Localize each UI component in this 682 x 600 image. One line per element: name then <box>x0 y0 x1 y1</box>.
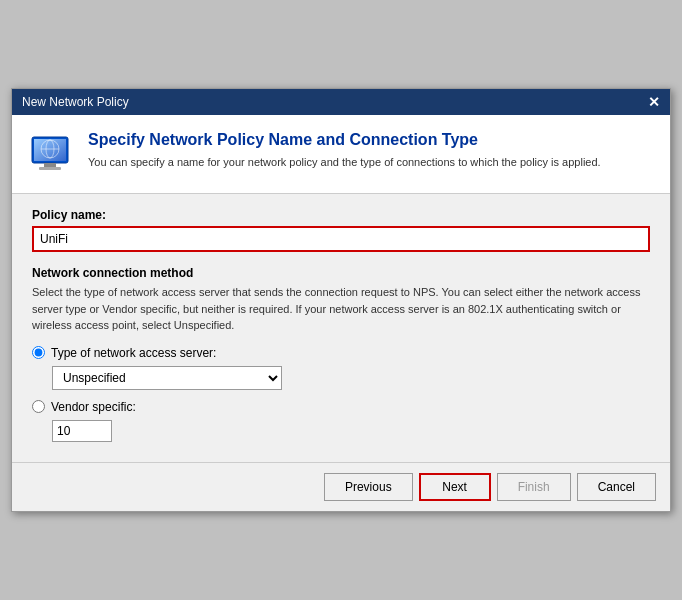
network-policy-icon <box>26 131 74 179</box>
vendor-spinner[interactable] <box>52 420 112 442</box>
policy-name-label: Policy name: <box>32 208 650 222</box>
spinner-container <box>52 420 650 442</box>
connection-method-title: Network connection method <box>32 266 650 280</box>
policy-name-input[interactable] <box>32 226 650 252</box>
dropdown-container: Unspecified <box>52 366 650 390</box>
network-type-dropdown[interactable]: Unspecified <box>52 366 282 390</box>
vendor-radio-label: Vendor specific: <box>51 400 136 414</box>
content-section: Policy name: Network connection method S… <box>12 194 670 462</box>
connection-method-section: Network connection method Select the typ… <box>32 266 650 442</box>
radio-type-item: Type of network access server: <box>32 346 650 360</box>
cancel-button[interactable]: Cancel <box>577 473 656 501</box>
header-text: Specify Network Policy Name and Connecti… <box>88 131 601 170</box>
connection-method-desc: Select the type of network access server… <box>32 284 650 334</box>
header-section: Specify Network Policy Name and Connecti… <box>12 115 670 194</box>
finish-button[interactable]: Finish <box>497 473 571 501</box>
header-description: You can specify a name for your network … <box>88 155 601 170</box>
svg-rect-4 <box>39 167 61 170</box>
next-button[interactable]: Next <box>419 473 491 501</box>
vendor-radio[interactable] <box>32 400 45 413</box>
header-title: Specify Network Policy Name and Connecti… <box>88 131 601 149</box>
dialog-body: Specify Network Policy Name and Connecti… <box>12 115 670 462</box>
dialog-window: New Network Policy ✕ <box>11 88 671 512</box>
previous-button[interactable]: Previous <box>324 473 413 501</box>
policy-name-group: Policy name: <box>32 208 650 252</box>
svg-rect-3 <box>44 163 56 167</box>
close-button[interactable]: ✕ <box>648 95 660 109</box>
radio-vendor-item: Vendor specific: <box>32 400 650 414</box>
dialog-title: New Network Policy <box>22 95 129 109</box>
type-radio[interactable] <box>32 346 45 359</box>
type-radio-label: Type of network access server: <box>51 346 216 360</box>
footer: Previous Next Finish Cancel <box>12 462 670 511</box>
title-bar: New Network Policy ✕ <box>12 89 670 115</box>
